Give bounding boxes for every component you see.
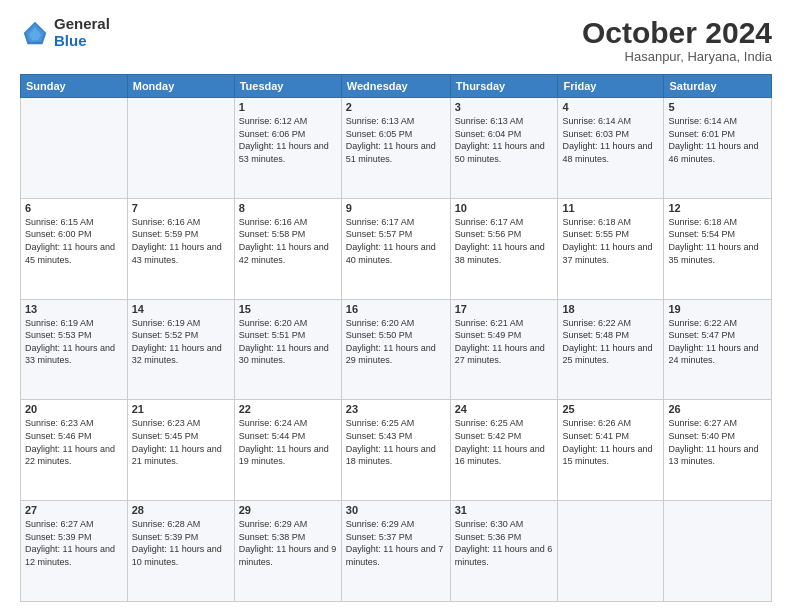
day-number: 27 [25, 504, 123, 516]
day-info: Sunrise: 6:13 AM Sunset: 6:05 PM Dayligh… [346, 115, 446, 165]
day-number: 20 [25, 403, 123, 415]
day-info: Sunrise: 6:15 AM Sunset: 6:00 PM Dayligh… [25, 216, 123, 266]
table-row [558, 501, 664, 602]
day-number: 28 [132, 504, 230, 516]
header-sunday: Sunday [21, 75, 128, 98]
day-number: 9 [346, 202, 446, 214]
day-info: Sunrise: 6:18 AM Sunset: 5:55 PM Dayligh… [562, 216, 659, 266]
day-number: 31 [455, 504, 554, 516]
logo-blue-text: Blue [54, 33, 110, 50]
day-info: Sunrise: 6:19 AM Sunset: 5:52 PM Dayligh… [132, 317, 230, 367]
table-row: 9Sunrise: 6:17 AM Sunset: 5:57 PM Daylig… [341, 198, 450, 299]
day-number: 1 [239, 101, 337, 113]
day-number: 18 [562, 303, 659, 315]
day-number: 22 [239, 403, 337, 415]
calendar-week-row: 13Sunrise: 6:19 AM Sunset: 5:53 PM Dayli… [21, 299, 772, 400]
table-row: 15Sunrise: 6:20 AM Sunset: 5:51 PM Dayli… [234, 299, 341, 400]
day-info: Sunrise: 6:29 AM Sunset: 5:38 PM Dayligh… [239, 518, 337, 568]
day-number: 7 [132, 202, 230, 214]
calendar-week-row: 1Sunrise: 6:12 AM Sunset: 6:06 PM Daylig… [21, 98, 772, 199]
logo: General Blue [20, 16, 110, 49]
day-number: 17 [455, 303, 554, 315]
day-number: 14 [132, 303, 230, 315]
day-info: Sunrise: 6:22 AM Sunset: 5:47 PM Dayligh… [668, 317, 767, 367]
table-row: 6Sunrise: 6:15 AM Sunset: 6:00 PM Daylig… [21, 198, 128, 299]
calendar-week-row: 6Sunrise: 6:15 AM Sunset: 6:00 PM Daylig… [21, 198, 772, 299]
day-number: 11 [562, 202, 659, 214]
table-row: 25Sunrise: 6:26 AM Sunset: 5:41 PM Dayli… [558, 400, 664, 501]
day-number: 13 [25, 303, 123, 315]
day-info: Sunrise: 6:17 AM Sunset: 5:56 PM Dayligh… [455, 216, 554, 266]
table-row: 1Sunrise: 6:12 AM Sunset: 6:06 PM Daylig… [234, 98, 341, 199]
header-friday: Friday [558, 75, 664, 98]
day-info: Sunrise: 6:23 AM Sunset: 5:46 PM Dayligh… [25, 417, 123, 467]
table-row: 29Sunrise: 6:29 AM Sunset: 5:38 PM Dayli… [234, 501, 341, 602]
table-row [21, 98, 128, 199]
day-info: Sunrise: 6:22 AM Sunset: 5:48 PM Dayligh… [562, 317, 659, 367]
day-info: Sunrise: 6:24 AM Sunset: 5:44 PM Dayligh… [239, 417, 337, 467]
table-row: 28Sunrise: 6:28 AM Sunset: 5:39 PM Dayli… [127, 501, 234, 602]
day-info: Sunrise: 6:23 AM Sunset: 5:45 PM Dayligh… [132, 417, 230, 467]
day-number: 24 [455, 403, 554, 415]
logo-icon [20, 18, 50, 48]
day-number: 25 [562, 403, 659, 415]
calendar-week-row: 20Sunrise: 6:23 AM Sunset: 5:46 PM Dayli… [21, 400, 772, 501]
day-info: Sunrise: 6:20 AM Sunset: 5:50 PM Dayligh… [346, 317, 446, 367]
day-info: Sunrise: 6:21 AM Sunset: 5:49 PM Dayligh… [455, 317, 554, 367]
day-number: 5 [668, 101, 767, 113]
header-monday: Monday [127, 75, 234, 98]
day-info: Sunrise: 6:30 AM Sunset: 5:36 PM Dayligh… [455, 518, 554, 568]
table-row: 31Sunrise: 6:30 AM Sunset: 5:36 PM Dayli… [450, 501, 558, 602]
month-title: October 2024 [582, 16, 772, 49]
table-row [664, 501, 772, 602]
day-info: Sunrise: 6:19 AM Sunset: 5:53 PM Dayligh… [25, 317, 123, 367]
table-row: 21Sunrise: 6:23 AM Sunset: 5:45 PM Dayli… [127, 400, 234, 501]
day-number: 30 [346, 504, 446, 516]
day-info: Sunrise: 6:12 AM Sunset: 6:06 PM Dayligh… [239, 115, 337, 165]
location: Hasanpur, Haryana, India [582, 49, 772, 64]
table-row [127, 98, 234, 199]
table-row: 19Sunrise: 6:22 AM Sunset: 5:47 PM Dayli… [664, 299, 772, 400]
day-number: 4 [562, 101, 659, 113]
day-number: 16 [346, 303, 446, 315]
day-number: 6 [25, 202, 123, 214]
calendar-week-row: 27Sunrise: 6:27 AM Sunset: 5:39 PM Dayli… [21, 501, 772, 602]
table-row: 11Sunrise: 6:18 AM Sunset: 5:55 PM Dayli… [558, 198, 664, 299]
table-row: 2Sunrise: 6:13 AM Sunset: 6:05 PM Daylig… [341, 98, 450, 199]
day-number: 21 [132, 403, 230, 415]
day-info: Sunrise: 6:20 AM Sunset: 5:51 PM Dayligh… [239, 317, 337, 367]
day-info: Sunrise: 6:14 AM Sunset: 6:03 PM Dayligh… [562, 115, 659, 165]
day-number: 2 [346, 101, 446, 113]
table-row: 8Sunrise: 6:16 AM Sunset: 5:58 PM Daylig… [234, 198, 341, 299]
day-info: Sunrise: 6:27 AM Sunset: 5:40 PM Dayligh… [668, 417, 767, 467]
day-info: Sunrise: 6:16 AM Sunset: 5:59 PM Dayligh… [132, 216, 230, 266]
day-info: Sunrise: 6:18 AM Sunset: 5:54 PM Dayligh… [668, 216, 767, 266]
day-number: 3 [455, 101, 554, 113]
day-info: Sunrise: 6:27 AM Sunset: 5:39 PM Dayligh… [25, 518, 123, 568]
day-number: 8 [239, 202, 337, 214]
table-row: 16Sunrise: 6:20 AM Sunset: 5:50 PM Dayli… [341, 299, 450, 400]
table-row: 17Sunrise: 6:21 AM Sunset: 5:49 PM Dayli… [450, 299, 558, 400]
day-number: 12 [668, 202, 767, 214]
day-info: Sunrise: 6:28 AM Sunset: 5:39 PM Dayligh… [132, 518, 230, 568]
table-row: 24Sunrise: 6:25 AM Sunset: 5:42 PM Dayli… [450, 400, 558, 501]
table-row: 18Sunrise: 6:22 AM Sunset: 5:48 PM Dayli… [558, 299, 664, 400]
day-info: Sunrise: 6:14 AM Sunset: 6:01 PM Dayligh… [668, 115, 767, 165]
day-info: Sunrise: 6:25 AM Sunset: 5:43 PM Dayligh… [346, 417, 446, 467]
day-info: Sunrise: 6:29 AM Sunset: 5:37 PM Dayligh… [346, 518, 446, 568]
table-row: 7Sunrise: 6:16 AM Sunset: 5:59 PM Daylig… [127, 198, 234, 299]
table-row: 14Sunrise: 6:19 AM Sunset: 5:52 PM Dayli… [127, 299, 234, 400]
day-info: Sunrise: 6:16 AM Sunset: 5:58 PM Dayligh… [239, 216, 337, 266]
table-row: 26Sunrise: 6:27 AM Sunset: 5:40 PM Dayli… [664, 400, 772, 501]
day-number: 10 [455, 202, 554, 214]
table-row: 13Sunrise: 6:19 AM Sunset: 5:53 PM Dayli… [21, 299, 128, 400]
table-row: 12Sunrise: 6:18 AM Sunset: 5:54 PM Dayli… [664, 198, 772, 299]
day-info: Sunrise: 6:26 AM Sunset: 5:41 PM Dayligh… [562, 417, 659, 467]
table-row: 27Sunrise: 6:27 AM Sunset: 5:39 PM Dayli… [21, 501, 128, 602]
day-info: Sunrise: 6:25 AM Sunset: 5:42 PM Dayligh… [455, 417, 554, 467]
header-tuesday: Tuesday [234, 75, 341, 98]
table-row: 22Sunrise: 6:24 AM Sunset: 5:44 PM Dayli… [234, 400, 341, 501]
logo-general-text: General [54, 16, 110, 33]
title-block: October 2024 Hasanpur, Haryana, India [582, 16, 772, 64]
day-number: 26 [668, 403, 767, 415]
